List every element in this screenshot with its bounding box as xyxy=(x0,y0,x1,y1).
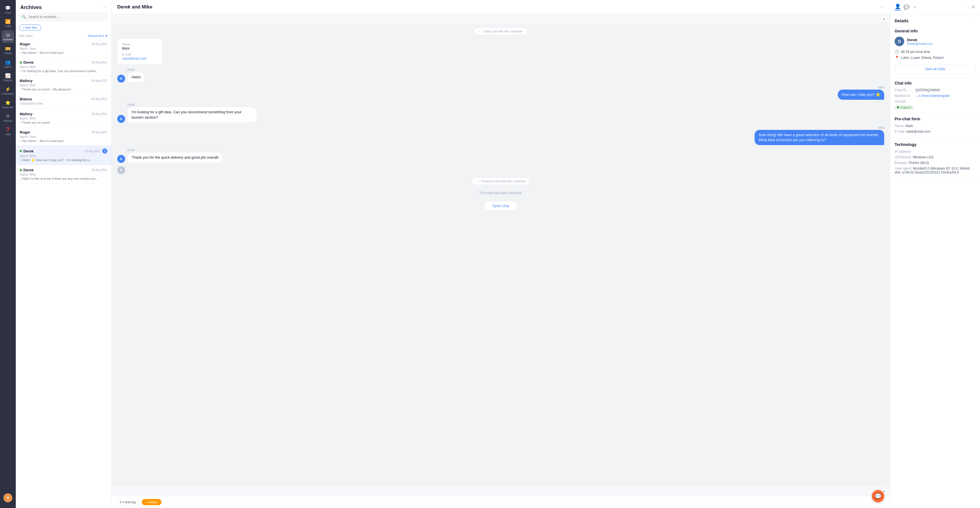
add-tag-button[interactable]: # # Add tag xyxy=(116,499,140,505)
chat-preview: ↑ I'm looking for a gift idea. Can you r… xyxy=(20,69,99,73)
view-all-chats-button[interactable]: View all chats xyxy=(895,64,975,74)
details-title-row: Details ··· xyxy=(890,14,980,25)
unread-badge: 0 xyxy=(102,148,107,154)
prechat-name-label: Name: xyxy=(895,124,905,128)
sort-button[interactable]: Newest first ▼ xyxy=(88,34,108,37)
list-item[interactable]: Roger 05 Aug 2021 Agent: Jane ↑ Hey ther… xyxy=(16,127,111,146)
list-item[interactable]: Bianca 05 Aug 2021 Unassigned chat xyxy=(16,94,111,109)
support-chat-icon: 💬 xyxy=(875,493,882,500)
chat-support-button[interactable]: 💬 xyxy=(872,490,884,502)
user-info: Derek Derek@email.com xyxy=(907,38,933,45)
chat-agent: Agent: Mike xyxy=(20,117,107,120)
prechat-card: Name: Mark E-mail: mark@mail.com xyxy=(117,38,162,65)
tab-person[interactable]: 👤 xyxy=(895,3,901,11)
chat-list: Roger 05 Aug 2021 Agent: Jane ↑ Hey ther… xyxy=(16,39,111,508)
system-message-row: S xyxy=(117,166,884,174)
details-close-button[interactable]: ✕ xyxy=(971,4,975,10)
chat-count-row: 606 chats Newest first ▼ xyxy=(16,33,111,39)
arrow-up-icon: ↑ xyxy=(476,180,477,183)
prechat-email-label: E-mail: xyxy=(122,53,158,56)
location: Lubin, Lower Silesia, Poland xyxy=(901,56,943,60)
chat-name: Derek xyxy=(20,149,33,153)
chat-count: 606 chats xyxy=(19,34,33,37)
derek-avatar: D xyxy=(117,155,125,163)
chat-header: Derek and Mike ··· xyxy=(111,0,890,14)
chat-agent: Agent: Jane xyxy=(20,47,107,50)
sidebar-item-help[interactable]: ❓ Help xyxy=(2,125,14,137)
chat-footer: # # Add tag + Assign xyxy=(111,496,890,508)
scroll-up-button[interactable]: ▲ xyxy=(881,15,888,22)
chat-header-menu[interactable]: ··· xyxy=(880,4,884,10)
chat-date: 05 Aug 2021 xyxy=(92,131,107,134)
previous-chat-banner[interactable]: ↑ ↑ Previous chat with this customer xyxy=(472,177,530,185)
chat-name: Bianca xyxy=(20,97,32,101)
prechat-form-section: Pre-chat form Name: Mark E-mail: mark@ma… xyxy=(890,113,980,139)
sender-label: Derek xyxy=(127,103,135,106)
sender-label: Mike xyxy=(878,126,884,129)
chat-agent: Agent: Mike xyxy=(20,83,107,87)
user-avatar[interactable]: A xyxy=(3,493,13,502)
sidebar-item-settings[interactable]: ⚙ Settings xyxy=(2,111,14,124)
sidebar-item-traffic[interactable]: 📶 Traffic xyxy=(2,17,14,29)
chat-date: 05 Aug 2021 xyxy=(85,150,100,153)
started-on-row: Started on: ...s://livechattestingsite xyxy=(895,94,975,98)
archives-panel: Archives ··· 🔍 + Add filter 606 chats Ne… xyxy=(16,0,111,508)
online-indicator xyxy=(20,61,22,64)
message-group-derek2: Derek D I'm looking for a gift idea. Can… xyxy=(117,103,884,123)
sidebar-item-chats[interactable]: 💬 Chats xyxy=(2,3,14,16)
archives-icon: 🗂 xyxy=(6,32,10,37)
sidebar-item-agents[interactable]: 👥 Agents xyxy=(2,57,14,70)
group-badge-support: Support xyxy=(895,105,913,110)
message-bubble: Sure thing! We have a great selection of… xyxy=(754,130,884,145)
local-time: 08:29 pm local time xyxy=(901,50,930,54)
list-item[interactable]: Mallory 05 Aug 2021 Agent: Mike ↑ Thank … xyxy=(16,109,111,127)
details-header: 👤 💬 ＋ ··· ✕ xyxy=(890,0,980,14)
filter-row: + Add filter xyxy=(16,23,111,33)
list-item[interactable]: Mallory 05 Aug 2021 Agent: Mike ↑ Thank … xyxy=(16,76,111,94)
add-filter-button[interactable]: + Add filter xyxy=(19,24,41,31)
chat-name: Derek xyxy=(20,60,33,65)
details-panel: 👤 💬 ＋ ··· ✕ Details ··· General info D D… xyxy=(890,0,980,508)
chat-agent: Agent: Mike xyxy=(20,173,107,176)
chat-id-label: Chat ID: xyxy=(895,88,914,92)
chat-agent: Agent: Mike xyxy=(20,65,107,68)
browser-value: Firefox (94.0) xyxy=(909,161,929,165)
chat-info-title: Chat info xyxy=(895,81,975,85)
message-bubble: How can I help you? 🌟 xyxy=(838,89,884,100)
started-on-link[interactable]: ...s://livechattestingsite xyxy=(915,94,950,98)
sidebar-item-subscribe[interactable]: ⭐ Subscribe xyxy=(2,98,14,110)
sidebar-item-automation[interactable]: ⚡ Automation xyxy=(2,84,14,97)
add-tab-button[interactable]: ＋ xyxy=(912,4,917,10)
archives-menu-icon[interactable]: ··· xyxy=(103,5,107,10)
tab-chat[interactable]: 💬 xyxy=(904,5,909,10)
chat-agent: Agent: Mike xyxy=(20,154,107,158)
list-item[interactable]: Derek 05 Aug 2021 0 Agent: Mike ↑ Hello!… xyxy=(16,146,111,165)
list-item[interactable]: Derek 05 Aug 2021 Agent: Mike ↑ I'm look… xyxy=(16,57,111,76)
assign-button[interactable]: + Assign xyxy=(142,499,161,505)
message-bubble: Thank you for the quick delivery and gre… xyxy=(127,152,223,163)
list-item[interactable]: Roger 05 Aug 2021 Agent: Jane ↑ Hey ther… xyxy=(16,39,111,57)
sidebar-item-reports[interactable]: 📈 Reports xyxy=(2,71,14,83)
traffic-icon: 📶 xyxy=(5,19,11,24)
details-menu-icon[interactable]: ··· xyxy=(966,5,969,9)
ip-row: IP address: xyxy=(895,150,975,154)
open-chat-button[interactable]: Open chat xyxy=(484,201,517,210)
sidebar-item-tickets[interactable]: 🎫 Tickets xyxy=(2,44,14,56)
list-item[interactable]: Derek 05 Aug 2021 Agent: Mike ↑ Hello! I… xyxy=(16,165,111,183)
chat-area: Derek and Mike ··· ▲ ↑ ↑ Start chat with… xyxy=(111,0,890,508)
browser-label: Browser: xyxy=(895,161,908,165)
online-indicator xyxy=(20,169,22,171)
messages-area: ↑ ↑ Start chat with this customer Name: … xyxy=(111,23,890,487)
sidebar-item-archives[interactable]: 🗂 Archives xyxy=(2,30,14,43)
prechat-email-label: E-mail: xyxy=(895,130,905,134)
prechat-email-row: E-mail: mark@mail.com xyxy=(895,130,975,134)
prechat-name-label: Name: xyxy=(122,43,158,46)
chat-name: Mallory xyxy=(20,79,33,83)
message-row: D Hello! xyxy=(117,72,145,83)
search-input[interactable] xyxy=(19,13,108,21)
start-chat-banner[interactable]: ↑ ↑ Start chat with this customer xyxy=(474,28,527,35)
details-options-icon[interactable]: ··· xyxy=(972,19,975,23)
user-agent-label: User agent: xyxy=(895,167,912,170)
nav-sidebar: 💬 Chats 📶 Traffic 🗂 Archives 🎫 Tickets 👥… xyxy=(0,0,16,508)
prechat-email-value: mark@mail.com xyxy=(906,130,931,134)
